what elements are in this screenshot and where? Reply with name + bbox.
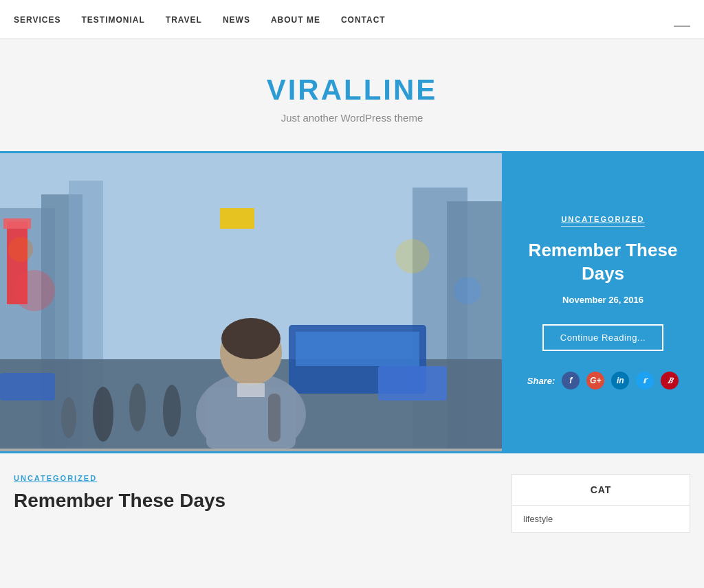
svg-rect-28 xyxy=(0,153,502,449)
nav-item-testimonial[interactable]: TESTIMONIAL xyxy=(81,13,144,25)
cat-widget-item[interactable]: lifestyle xyxy=(512,506,690,532)
main-posts: UNCATEGORIZED Remember These Days xyxy=(14,474,498,533)
featured-title: Remember These Days xyxy=(522,239,683,286)
share-row: Share: f G+ in 𝕣 𝐵 xyxy=(527,372,679,389)
nav-item-services[interactable]: SERVICES xyxy=(14,13,60,25)
facebook-share-icon[interactable]: f xyxy=(562,372,580,389)
featured-content: UNCATEGORIZED Remember These Days Novemb… xyxy=(502,153,704,451)
lower-section: UNCATEGORIZED Remember These Days CAT li… xyxy=(0,453,704,533)
nav-list: SERVICES TESTIMONIAL TRAVEL NEWS ABOUT M… xyxy=(14,13,386,25)
cat-widget-title: CAT xyxy=(512,475,690,506)
featured-category[interactable]: UNCATEGORIZED xyxy=(561,215,644,227)
main-nav: SERVICES TESTIMONIAL TRAVEL NEWS ABOUT M… xyxy=(0,0,704,39)
post-title-lower: Remember These Days xyxy=(14,489,498,512)
google-plus-share-icon[interactable]: G+ xyxy=(586,372,604,389)
featured-date: November 26, 2016 xyxy=(562,295,644,305)
post-category-label[interactable]: UNCATEGORIZED xyxy=(14,474,498,482)
linkedin-share-icon[interactable]: in xyxy=(611,372,629,389)
sidebar: CAT lifestyle xyxy=(512,474,690,533)
share-label: Share: xyxy=(527,376,555,386)
site-header: VIRALLINE Just another WordPress theme xyxy=(0,39,704,151)
featured-image xyxy=(0,153,502,451)
cat-widget: CAT lifestyle xyxy=(512,474,690,533)
nav-item-news[interactable]: NEWS xyxy=(223,13,250,25)
nav-item-aboutme[interactable]: ABOUT ME xyxy=(271,13,320,25)
featured-section: UNCATEGORIZED Remember These Days Novemb… xyxy=(0,151,704,453)
site-title: VIRALLINE xyxy=(14,74,690,106)
site-subtitle: Just another WordPress theme xyxy=(14,112,690,124)
pinterest-share-icon[interactable]: 𝐵 xyxy=(661,372,679,389)
nav-menu-icon[interactable]: ⎯⎯ xyxy=(674,12,690,27)
twitter-share-icon[interactable]: 𝕣 xyxy=(636,372,654,389)
continue-reading-button[interactable]: Continue Reading... xyxy=(542,324,663,351)
nav-item-travel[interactable]: TRAVEL xyxy=(166,13,202,25)
nav-item-contact[interactable]: CONTACT xyxy=(341,13,386,25)
